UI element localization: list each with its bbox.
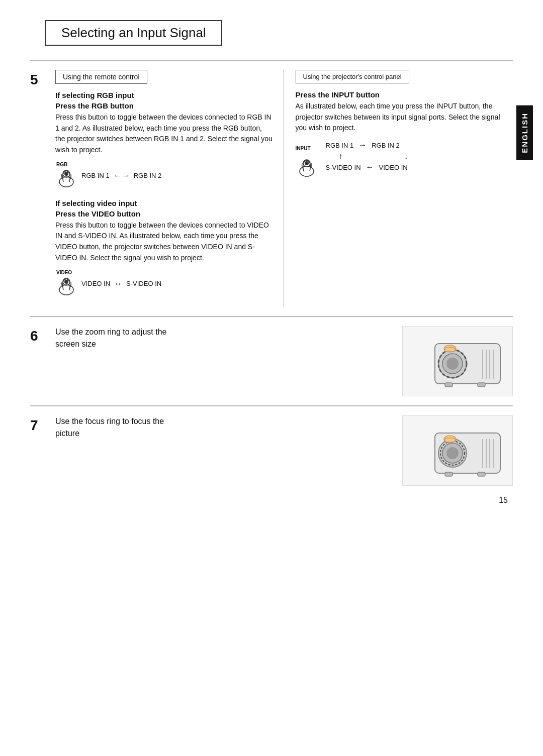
svg-point-3 xyxy=(59,285,73,295)
input-hand-svg xyxy=(296,152,318,177)
step-7-number: 7 xyxy=(30,415,55,486)
video-flow-arrow: ↔ xyxy=(114,279,122,288)
left-column-header: Using the remote control xyxy=(55,70,147,84)
video-body-text: Press this button to toggle between the … xyxy=(55,220,273,264)
video-flow-label2: S-VIDEO IN xyxy=(126,280,161,287)
input-flow-top-row: RGB IN 1 → RGB IN 2 xyxy=(326,141,421,150)
svg-point-0 xyxy=(59,177,73,187)
svg-point-25 xyxy=(446,447,459,459)
svg-rect-32 xyxy=(445,438,455,442)
input-flow-grid: RGB IN 1 → RGB IN 2 ↑ ↓ xyxy=(326,141,421,172)
video-flow-label1: VIDEO IN xyxy=(81,280,110,287)
video-signal-flow: VIDEO IN ↔ S-VIDEO IN xyxy=(81,279,161,288)
left-arrow-1: ← xyxy=(366,163,374,172)
video-button-icon: VIDEO xyxy=(55,271,79,297)
rgb-body-text: Press this button to toggle between the … xyxy=(55,112,273,156)
step7-text: Use the focus ring to focus the picture xyxy=(55,415,392,440)
step5-columns: Using the remote control If selecting RG… xyxy=(55,70,513,307)
rgb-signal-flow: RGB IN 1 ←→ RGB IN 2 xyxy=(81,171,161,180)
step-6-content: Use the zoom ring to adjust the screen s… xyxy=(55,326,513,396)
right-arrow-1: → xyxy=(358,141,367,150)
rgb-button-icon: RGB xyxy=(55,163,79,189)
page-title-box: Selecting an Input Signal xyxy=(45,20,222,46)
down-arrow: ↓ xyxy=(391,152,421,161)
svg-rect-34 xyxy=(478,472,485,476)
step6-projector-image xyxy=(402,326,513,396)
step7-projector-image xyxy=(402,415,513,486)
page-number: 15 xyxy=(499,496,508,505)
page-title: Selecting an Input Signal xyxy=(61,25,206,41)
rgb-in2-label: RGB IN 2 xyxy=(372,142,400,149)
svg-point-2 xyxy=(64,172,68,176)
rgb-diagram: RGB RGB IN xyxy=(55,163,273,189)
svg-rect-19 xyxy=(445,348,455,352)
svg-point-12 xyxy=(446,358,459,370)
step7-description: Use the focus ring to focus the picture xyxy=(55,415,392,440)
english-tab: ENGLISH xyxy=(516,105,533,160)
projector-zoom-svg xyxy=(405,329,510,394)
input-btn-label: INPUT xyxy=(296,146,322,151)
video-in-label: VIDEO IN xyxy=(379,164,408,171)
input-flow-vert-row: ↑ ↓ xyxy=(326,152,421,161)
rgb-in1-label: RGB IN 1 xyxy=(326,142,354,149)
step7-content-row: Use the focus ring to focus the picture xyxy=(55,415,513,486)
svg-point-6 xyxy=(300,166,314,176)
video-subtitle1: If selecting video input xyxy=(55,199,273,207)
svg-rect-20 xyxy=(445,383,452,387)
step6-content-row: Use the zoom ring to adjust the screen s… xyxy=(55,326,513,396)
step-7-content: Use the focus ring to focus the picture xyxy=(55,415,513,486)
right-column-header: Using the projector's control panel xyxy=(296,70,409,83)
step5-left-column: Using the remote control If selecting RG… xyxy=(55,70,284,307)
video-subtitle2: Press the VIDEO button xyxy=(55,209,273,218)
input-diagram-container: INPUT xyxy=(296,141,513,179)
rgb-btn-label: RGB xyxy=(56,162,67,167)
step-5-row: 5 Using the remote control If selecting … xyxy=(30,60,513,316)
input-body-text: As illustrated below, each time you pres… xyxy=(296,101,513,134)
svg-rect-21 xyxy=(478,383,485,387)
step-6-number: 6 xyxy=(30,326,55,396)
projector-focus-svg xyxy=(405,418,510,483)
step-5-content: Using the remote control If selecting RG… xyxy=(55,70,513,307)
step6-description: Use the zoom ring to adjust the screen s… xyxy=(55,326,392,350)
step-5-number: 5 xyxy=(30,70,55,307)
input-subtitle: Press the INPUT button xyxy=(296,90,513,99)
rgb-subtitle1: If selecting RGB input xyxy=(55,91,273,99)
input-hand-area: INPUT xyxy=(296,141,322,179)
rgb-flow-label2: RGB IN 2 xyxy=(134,172,162,179)
rgb-flow-label1: RGB IN 1 xyxy=(81,172,110,179)
svg-rect-33 xyxy=(445,472,452,476)
rgb-subtitle2: Press the RGB button xyxy=(55,101,273,110)
step6-text: Use the zoom ring to adjust the screen s… xyxy=(55,326,392,350)
step-6-row: 6 Use the zoom ring to adjust the screen… xyxy=(30,316,513,405)
input-flow-bottom-row: S-VIDEO IN ← VIDEO IN xyxy=(326,163,421,172)
video-btn-label: VIDEO xyxy=(56,270,72,275)
step5-right-column: Using the projector's control panel Pres… xyxy=(284,70,513,307)
up-arrow: ↑ xyxy=(326,152,356,161)
rgb-flow-arrow: ←→ xyxy=(114,171,130,180)
svg-point-8 xyxy=(305,161,309,165)
video-diagram: VIDEO VIDEO IN xyxy=(55,271,273,297)
step-7-row: 7 Use the focus ring to focus the pictur… xyxy=(30,405,513,495)
s-video-in-label: S-VIDEO IN xyxy=(326,164,361,171)
svg-point-5 xyxy=(64,280,68,284)
